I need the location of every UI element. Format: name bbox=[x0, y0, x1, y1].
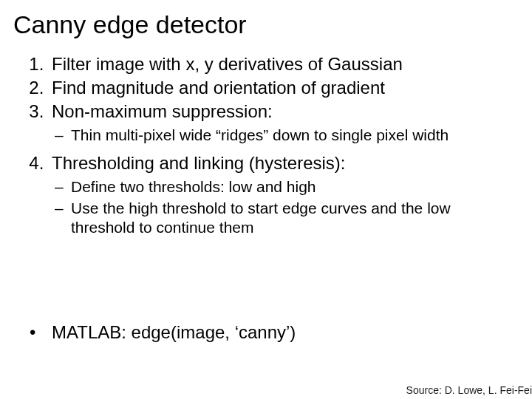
matlab-note: •MATLAB: edge(image, ‘canny’) bbox=[30, 322, 510, 343]
item-2: Find magnitude and orientation of gradie… bbox=[49, 77, 517, 99]
item-4-sub-2: Use the high threshold to start edge cur… bbox=[71, 199, 517, 238]
item-4: Thresholding and linking (hysteresis): D… bbox=[49, 152, 517, 237]
item-1: Filter image with x, y derivatives of Ga… bbox=[49, 53, 517, 75]
main-list: Filter image with x, y derivatives of Ga… bbox=[22, 53, 517, 237]
item-3: Non-maximum suppression: Thin multi-pixe… bbox=[49, 100, 517, 145]
source-credit: Source: D. Lowe, L. Fei-Fei bbox=[406, 384, 532, 396]
item-4-sublist: Define two thresholds: low and high Use … bbox=[52, 177, 517, 237]
slide-body: Filter image with x, y derivatives of Ga… bbox=[22, 53, 517, 245]
bullet-dot-icon: • bbox=[30, 322, 52, 343]
item-4-sub-1: Define two thresholds: low and high bbox=[71, 177, 517, 197]
item-3-sub-1: Thin multi-pixel wide “ridges” down to s… bbox=[71, 126, 517, 145]
item-3-text: Non-maximum suppression: bbox=[52, 101, 273, 121]
slide: Canny edge detector Filter image with x,… bbox=[0, 0, 532, 399]
slide-title: Canny edge detector bbox=[13, 10, 247, 39]
matlab-text: MATLAB: edge(image, ‘canny’) bbox=[52, 322, 296, 342]
item-4-text: Thresholding and linking (hysteresis): bbox=[52, 153, 346, 173]
item-3-sublist: Thin multi-pixel wide “ridges” down to s… bbox=[52, 126, 517, 145]
